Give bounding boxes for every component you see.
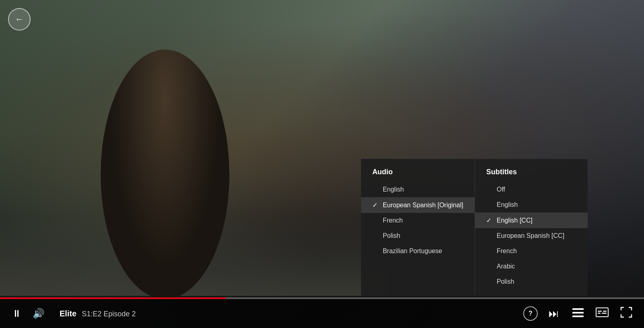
audio-option-english[interactable]: English (361, 182, 475, 197)
subtitles-arabic-label: Arabic (497, 263, 515, 270)
subtitles-icon (596, 307, 609, 320)
subtitles-polish-label: Polish (497, 278, 514, 285)
subtitles-english-label: English (497, 201, 518, 208)
subtitles-option-arabic[interactable]: Arabic (475, 259, 588, 274)
audio-option-polish[interactable]: Polish (361, 228, 475, 243)
pause-button[interactable]: ⏸ (10, 306, 24, 321)
episodes-icon (572, 308, 584, 319)
fullscreen-button[interactable] (618, 305, 634, 322)
subtitles-option-english-cc[interactable]: ✓ English [CC] (475, 212, 588, 228)
audio-european-spanish-label: European Spanish [Original] (383, 202, 463, 209)
audio-french-label: French (383, 217, 403, 224)
check-icon-audio: ✓ (372, 201, 379, 209)
svg-rect-7 (602, 313, 607, 314)
audio-column: Audio English ✓ European Spanish [Origin… (361, 159, 475, 296)
subtitles-audio-button[interactable] (594, 305, 610, 322)
subtitles-off-label: Off (497, 186, 505, 193)
show-title: Elite (60, 309, 76, 318)
svg-rect-1 (572, 312, 584, 314)
audio-option-european-spanish[interactable]: ✓ European Spanish [Original] (361, 197, 475, 213)
help-icon: ? (528, 310, 533, 317)
audio-header: Audio (361, 165, 475, 182)
subtitles-option-off[interactable]: Off (475, 182, 588, 197)
figure-left (101, 50, 229, 299)
audio-english-label: English (383, 186, 404, 193)
controls-bar: ⏸ 🔊 Elite S1:E2 Episode 2 ? ⏭ (0, 299, 644, 328)
next-icon: ⏭ (549, 307, 559, 320)
subtitles-option-polish[interactable]: Polish (475, 274, 588, 289)
subtitles-option-french[interactable]: French (475, 243, 588, 259)
audio-option-french[interactable]: French (361, 213, 475, 228)
check-icon-subtitles: ✓ (486, 217, 493, 224)
subtitles-english-cc-label: English [CC] (497, 217, 533, 224)
subtitles-option-european-spanish-cc[interactable]: European Spanish [CC] (475, 228, 588, 243)
subtitles-option-english[interactable]: English (475, 197, 588, 212)
next-episode-button[interactable]: ⏭ (546, 305, 562, 322)
show-info: Elite S1:E2 Episode 2 (60, 309, 136, 318)
audio-polish-label: Polish (383, 232, 400, 239)
subtitles-french-label: French (497, 248, 517, 255)
fullscreen-icon (620, 307, 632, 320)
show-subtitle: S1:E2 Episode 2 (82, 310, 136, 318)
back-button[interactable]: ← (8, 8, 31, 31)
volume-icon: 🔊 (33, 308, 45, 319)
svg-rect-5 (603, 311, 607, 312)
episodes-button[interactable] (570, 305, 586, 322)
help-button[interactable]: ? (523, 306, 538, 321)
controls-left: ⏸ 🔊 Elite S1:E2 Episode 2 (10, 306, 136, 321)
svg-rect-3 (596, 308, 608, 317)
audio-subtitles-menu: Audio English ✓ European Spanish [Origin… (361, 159, 588, 296)
volume-button[interactable]: 🔊 (31, 306, 46, 321)
subtitles-european-spanish-cc-label: European Spanish [CC] (497, 232, 564, 239)
svg-rect-0 (572, 308, 584, 310)
subtitles-column: Subtitles Off English ✓ English [CC] Eur… (475, 159, 588, 296)
audio-brazilian-portuguese-label: Brazilian Portuguese (383, 248, 442, 255)
svg-rect-4 (598, 311, 602, 312)
svg-rect-2 (572, 316, 584, 317)
svg-rect-6 (598, 313, 601, 314)
pause-icon: ⏸ (12, 308, 22, 319)
subtitles-header: Subtitles (475, 165, 588, 182)
back-arrow-icon: ← (15, 14, 24, 25)
audio-option-brazilian-portuguese[interactable]: Brazilian Portuguese (361, 243, 475, 259)
controls-right: ? ⏭ (523, 305, 634, 322)
